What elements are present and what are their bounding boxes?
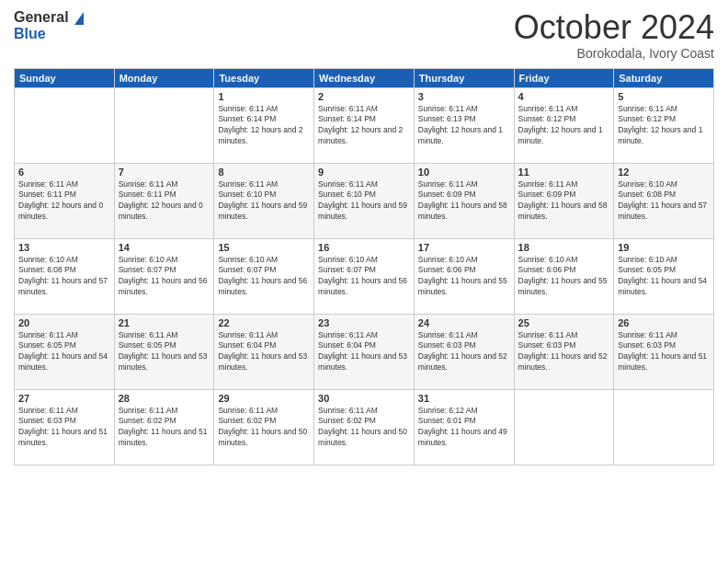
table-row: 16Sunrise: 6:10 AMSunset: 6:07 PMDayligh… <box>314 238 415 314</box>
table-row: 5Sunrise: 6:11 AMSunset: 6:12 PMDaylight… <box>614 87 714 163</box>
table-row: 29Sunrise: 6:11 AMSunset: 6:02 PMDayligh… <box>214 389 314 465</box>
table-row: 11Sunrise: 6:11 AMSunset: 6:09 PMDayligh… <box>514 163 614 238</box>
table-row: 23Sunrise: 6:11 AMSunset: 6:04 PMDayligh… <box>314 314 415 389</box>
col-thursday: Thursday <box>414 68 514 87</box>
header-row: Sunday Monday Tuesday Wednesday Thursday… <box>15 68 714 87</box>
table-row: 18Sunrise: 6:10 AMSunset: 6:06 PMDayligh… <box>514 238 614 314</box>
location: Borokodala, Ivory Coast <box>514 46 714 61</box>
table-row: 30Sunrise: 6:11 AMSunset: 6:02 PMDayligh… <box>314 389 415 465</box>
table-row: 22Sunrise: 6:11 AMSunset: 6:04 PMDayligh… <box>214 314 314 389</box>
table-row: 15Sunrise: 6:10 AMSunset: 6:07 PMDayligh… <box>214 238 314 314</box>
col-monday: Monday <box>114 68 214 87</box>
table-row: 28Sunrise: 6:11 AMSunset: 6:02 PMDayligh… <box>114 389 214 465</box>
table-row: 2Sunrise: 6:11 AMSunset: 6:14 PMDaylight… <box>314 87 415 163</box>
table-row: 10Sunrise: 6:11 AMSunset: 6:09 PMDayligh… <box>414 163 514 238</box>
table-row: 14Sunrise: 6:10 AMSunset: 6:07 PMDayligh… <box>114 238 214 314</box>
col-wednesday: Wednesday <box>314 68 415 87</box>
table-row: 25Sunrise: 6:11 AMSunset: 6:03 PMDayligh… <box>514 314 614 389</box>
col-saturday: Saturday <box>614 68 714 87</box>
table-row: 12Sunrise: 6:10 AMSunset: 6:08 PMDayligh… <box>614 163 714 238</box>
table-row: 13Sunrise: 6:10 AMSunset: 6:08 PMDayligh… <box>15 238 115 314</box>
table-row <box>15 87 115 163</box>
table-row: 7Sunrise: 6:11 AMSunset: 6:11 PMDaylight… <box>114 163 214 238</box>
table-row: 8Sunrise: 6:11 AMSunset: 6:10 PMDaylight… <box>214 163 314 238</box>
table-row <box>114 87 214 163</box>
table-row: 1Sunrise: 6:11 AMSunset: 6:14 PMDaylight… <box>214 87 314 163</box>
month-title: October 2024 <box>514 9 714 46</box>
table-row: 3Sunrise: 6:11 AMSunset: 6:13 PMDaylight… <box>414 87 514 163</box>
col-tuesday: Tuesday <box>214 68 314 87</box>
table-row <box>514 389 614 465</box>
header: General Blue October 2024 Borokodala, Iv… <box>14 9 714 61</box>
calendar-table: Sunday Monday Tuesday Wednesday Thursday… <box>14 68 714 465</box>
table-row: 26Sunrise: 6:11 AMSunset: 6:03 PMDayligh… <box>614 314 714 389</box>
table-row: 20Sunrise: 6:11 AMSunset: 6:05 PMDayligh… <box>15 314 115 389</box>
title-section: October 2024 Borokodala, Ivory Coast <box>514 9 714 61</box>
table-row: 6Sunrise: 6:11 AMSunset: 6:11 PMDaylight… <box>15 163 115 238</box>
col-friday: Friday <box>514 68 614 87</box>
table-row: 19Sunrise: 6:10 AMSunset: 6:05 PMDayligh… <box>614 238 714 314</box>
table-row: 4Sunrise: 6:11 AMSunset: 6:12 PMDaylight… <box>514 87 614 163</box>
table-row: 9Sunrise: 6:11 AMSunset: 6:10 PMDaylight… <box>314 163 415 238</box>
table-row: 24Sunrise: 6:11 AMSunset: 6:03 PMDayligh… <box>414 314 514 389</box>
table-row: 21Sunrise: 6:11 AMSunset: 6:05 PMDayligh… <box>114 314 214 389</box>
logo: General Blue <box>14 9 84 41</box>
table-row <box>614 389 714 465</box>
col-sunday: Sunday <box>15 68 115 87</box>
table-row: 17Sunrise: 6:10 AMSunset: 6:06 PMDayligh… <box>414 238 514 314</box>
table-row: 31Sunrise: 6:12 AMSunset: 6:01 PMDayligh… <box>414 389 514 465</box>
table-row: 27Sunrise: 6:11 AMSunset: 6:03 PMDayligh… <box>15 389 115 465</box>
calendar-body: 1Sunrise: 6:11 AMSunset: 6:14 PMDaylight… <box>15 87 714 465</box>
